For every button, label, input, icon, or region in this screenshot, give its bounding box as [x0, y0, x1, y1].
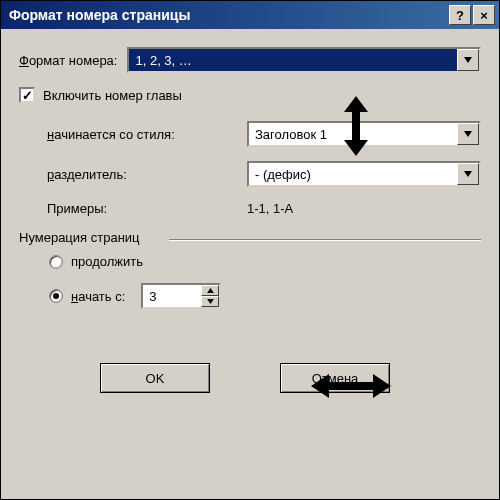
separator-row: разделитель: - (дефис): [19, 161, 481, 187]
starts-with-label: начинается со стиля:: [47, 127, 237, 142]
dialog-content: Формат номера: 1, 2, 3, … ✓ Включить ном…: [1, 29, 499, 403]
examples-row: Примеры: 1-1, 1-A: [19, 201, 481, 216]
help-button[interactable]: ?: [449, 5, 471, 25]
separator-dropdown[interactable]: - (дефис): [247, 161, 481, 187]
format-row: Формат номера: 1, 2, 3, …: [19, 47, 481, 73]
ok-label: OK: [146, 371, 165, 386]
fieldset-rule: [169, 239, 481, 241]
continue-radio[interactable]: [49, 255, 63, 269]
separator-value: - (дефис): [249, 163, 457, 185]
help-icon: ?: [456, 8, 464, 23]
format-value: 1, 2, 3, …: [129, 49, 457, 71]
format-dropdown-button[interactable]: [457, 49, 479, 71]
include-chapter-checkbox[interactable]: ✓: [19, 87, 35, 103]
chevron-down-icon: [464, 171, 472, 177]
spin-down-button[interactable]: [201, 296, 219, 307]
continue-radio-row[interactable]: продолжить: [29, 254, 471, 269]
spinner-buttons: [201, 285, 219, 307]
format-dropdown[interactable]: 1, 2, 3, …: [127, 47, 481, 73]
vertical-resize-arrow-icon: [336, 96, 376, 156]
title-bar[interactable]: Формат номера страницы ? ×: [1, 1, 499, 29]
separator-label: разделитель:: [47, 167, 237, 182]
start-at-label: начать с:: [71, 289, 125, 304]
horizontal-resize-arrow-icon: [311, 372, 391, 400]
include-chapter-row[interactable]: ✓ Включить номер главы: [19, 87, 481, 103]
chevron-down-icon: [464, 57, 472, 63]
start-at-input[interactable]: [143, 285, 201, 307]
chevron-up-icon: [207, 288, 214, 293]
examples-label: Примеры:: [47, 201, 247, 216]
numbering-legend: Нумерация страниц: [19, 230, 148, 245]
close-icon: ×: [480, 8, 488, 23]
spin-up-button[interactable]: [201, 285, 219, 296]
chevron-down-icon: [464, 131, 472, 137]
starts-with-dropdown-button[interactable]: [457, 123, 479, 145]
close-button[interactable]: ×: [473, 5, 495, 25]
radio-dot-icon: [53, 293, 59, 299]
window-title: Формат номера страницы: [9, 7, 447, 23]
chevron-down-icon: [207, 299, 214, 304]
ok-button[interactable]: OK: [100, 363, 210, 393]
include-chapter-label: Включить номер главы: [43, 88, 182, 103]
starts-with-row: начинается со стиля: Заголовок 1: [19, 121, 481, 147]
format-label: Формат номера:: [19, 53, 117, 68]
continue-label: продолжить: [71, 254, 143, 269]
checkmark-icon: ✓: [22, 89, 33, 102]
button-row: OK Отмена: [19, 363, 481, 393]
dialog-window: Формат номера страницы ? × Формат номера…: [0, 0, 500, 500]
start-at-spinner[interactable]: [141, 283, 221, 309]
numbering-fieldset: Нумерация страниц продолжить начать с:: [19, 230, 481, 333]
separator-dropdown-button[interactable]: [457, 163, 479, 185]
start-at-radio[interactable]: [49, 289, 63, 303]
examples-value: 1-1, 1-A: [247, 201, 293, 216]
start-at-radio-row[interactable]: начать с:: [29, 283, 471, 309]
